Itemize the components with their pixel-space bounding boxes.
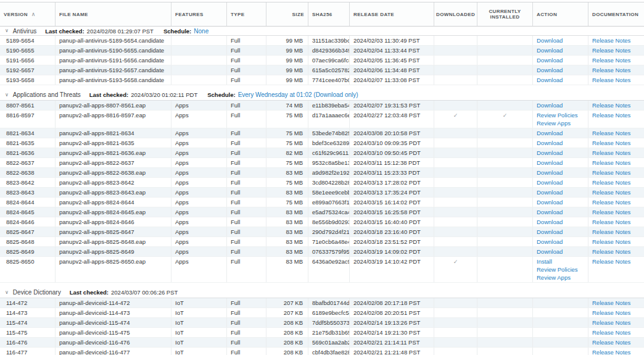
release-notes-link[interactable]: Release Notes xyxy=(592,46,640,54)
action-link[interactable]: Download xyxy=(537,159,584,167)
action-link[interactable]: Download xyxy=(537,149,584,157)
action-link[interactable]: Download xyxy=(537,66,584,74)
release-notes-link[interactable]: Release Notes xyxy=(592,169,640,177)
cell-sha256: 71e0cb6a48e4... xyxy=(308,237,350,246)
column-header-downloaded[interactable]: DOWNLOADED xyxy=(434,2,477,26)
cell-documentation: Release Notes xyxy=(588,168,644,177)
cell-downloaded xyxy=(434,348,477,355)
table-row: 8823-8643panupv2-all-apps-8823-8643.eapA… xyxy=(0,188,644,198)
action-link[interactable]: Download xyxy=(537,56,584,64)
column-header-sha256[interactable]: SHA256 xyxy=(308,2,350,26)
action-link[interactable]: Download xyxy=(537,46,584,54)
release-notes-link[interactable]: Release Notes xyxy=(592,111,640,119)
release-notes-link[interactable]: Release Notes xyxy=(592,188,640,196)
release-notes-link[interactable]: Release Notes xyxy=(592,56,640,64)
column-header-type[interactable]: TYPE xyxy=(227,2,266,26)
cell-features: Apps xyxy=(171,247,227,256)
column-header-version[interactable]: VERSION ∧ xyxy=(0,2,56,26)
action-link[interactable]: Review Apps xyxy=(537,119,584,127)
cell-downloaded xyxy=(434,128,477,138)
cell-downloaded xyxy=(434,328,477,337)
schedule-link[interactable]: None xyxy=(194,28,208,35)
column-header-file-name[interactable]: FILE NAME xyxy=(56,2,171,26)
action-link[interactable]: Review Policies xyxy=(537,111,584,119)
action-link[interactable]: Download xyxy=(537,178,584,186)
action-link[interactable]: Install xyxy=(537,257,584,265)
release-notes-link[interactable]: Release Notes xyxy=(592,159,640,167)
release-notes-link[interactable]: Release Notes xyxy=(592,238,640,246)
cell-documentation: Release Notes xyxy=(588,128,644,138)
release-notes-link[interactable]: Release Notes xyxy=(592,248,640,256)
cell-release-date: 2024/02/14 19:21:30 PST xyxy=(350,328,434,337)
release-notes-link[interactable]: Release Notes xyxy=(592,299,640,307)
cell-release-date: 2024/02/27 12:03:48 PST xyxy=(350,111,434,128)
action-link[interactable]: Download xyxy=(537,198,584,206)
action-link[interactable]: Review Apps xyxy=(537,274,584,282)
cell-release-date: 2024/03/11 15:23:33 PDT xyxy=(350,168,434,177)
collapse-chevron-icon[interactable]: ∨ xyxy=(5,290,9,296)
release-notes-link[interactable]: Release Notes xyxy=(592,228,640,236)
cell-sha256: 615a5c025782... xyxy=(308,65,350,75)
release-notes-link[interactable]: Release Notes xyxy=(592,319,640,327)
collapse-chevron-icon[interactable]: ∨ xyxy=(5,28,9,34)
cell-type: Full xyxy=(227,348,266,355)
action-link[interactable]: Download xyxy=(537,76,584,84)
release-notes-link[interactable]: Release Notes xyxy=(592,348,640,355)
action-link[interactable]: Download xyxy=(537,208,584,216)
release-notes-link[interactable]: Release Notes xyxy=(592,218,640,226)
release-notes-link[interactable]: Release Notes xyxy=(592,328,640,336)
action-link[interactable]: Download xyxy=(537,129,584,137)
collapse-chevron-icon[interactable]: ∨ xyxy=(5,92,9,98)
release-notes-link[interactable]: Release Notes xyxy=(592,36,640,44)
column-header-size[interactable]: SIZE xyxy=(266,2,308,26)
action-link[interactable]: Review Policies xyxy=(537,265,584,274)
cell-version: 8825-8649 xyxy=(0,247,56,256)
cell-version: 5192-5657 xyxy=(0,65,56,75)
column-header-features[interactable]: FEATURES xyxy=(171,2,227,26)
release-notes-link[interactable]: Release Notes xyxy=(592,101,640,109)
release-notes-link[interactable]: Release Notes xyxy=(592,257,640,265)
cell-file-name: panupv2-all-apps-8823-8643.eap xyxy=(56,188,171,197)
release-notes-link[interactable]: Release Notes xyxy=(592,76,640,84)
release-notes-link[interactable]: Release Notes xyxy=(592,208,640,216)
cell-file-name: panupv2-all-apps-8823-8642 xyxy=(56,178,171,187)
cell-sha256: 3cd804228b28... xyxy=(308,178,350,187)
action-link[interactable]: Download xyxy=(537,169,584,177)
schedule-link[interactable]: Every Wednesday at 01:02 (Download only) xyxy=(238,91,358,98)
release-notes-link[interactable]: Release Notes xyxy=(592,338,640,346)
cell-release-date: 2024/03/13 17:35:24 PDT xyxy=(350,188,434,197)
cell-version: 8822-8638 xyxy=(0,168,56,177)
release-notes-link[interactable]: Release Notes xyxy=(592,139,640,147)
release-notes-link[interactable]: Release Notes xyxy=(592,129,640,137)
cell-type: Full xyxy=(227,308,266,317)
cell-currently-installed xyxy=(477,318,533,327)
action-link[interactable]: Download xyxy=(537,36,584,44)
release-notes-link[interactable]: Release Notes xyxy=(592,198,640,206)
table-row: 8821-8634panupv2-all-apps-8821-8634AppsF… xyxy=(0,128,644,138)
action-link[interactable]: Download xyxy=(537,228,584,236)
cell-version: 5189-5654 xyxy=(0,36,56,45)
column-header-documentation[interactable]: DOCUMENTATION xyxy=(588,2,644,26)
action-link[interactable]: Download xyxy=(537,139,584,147)
action-link[interactable]: Download xyxy=(537,238,584,246)
action-link[interactable]: Download xyxy=(537,188,584,196)
table-row: 8821-8635panupv2-all-apps-8821-8635AppsF… xyxy=(0,138,644,148)
cell-file-name: panupv2-all-apps-8807-8561.eap xyxy=(56,101,171,110)
cell-type: Full xyxy=(227,298,266,307)
column-header-action[interactable]: ACTION xyxy=(533,2,588,26)
action-link[interactable]: Download xyxy=(537,101,584,109)
release-notes-link[interactable]: Release Notes xyxy=(592,309,640,317)
column-header-release-date[interactable]: RELEASE DATE xyxy=(350,2,434,26)
release-notes-link[interactable]: Release Notes xyxy=(592,149,640,157)
cell-documentation: Release Notes xyxy=(588,101,644,110)
cell-version: 8825-8647 xyxy=(0,227,56,236)
release-notes-link[interactable]: Release Notes xyxy=(592,178,640,186)
cell-version: 115-474 xyxy=(0,318,56,327)
action-link[interactable]: Download xyxy=(537,218,584,226)
action-link[interactable]: Download xyxy=(537,248,584,256)
column-header-currently-installed[interactable]: CURRENTLY INSTALLED xyxy=(477,2,533,26)
cell-file-name: panup-all-deviceid-114-473 xyxy=(56,308,171,317)
release-notes-link[interactable]: Release Notes xyxy=(592,66,640,74)
cell-features: Apps xyxy=(171,227,227,236)
cell-release-date: 2024/02/05 11:36:45 PST xyxy=(350,56,434,65)
